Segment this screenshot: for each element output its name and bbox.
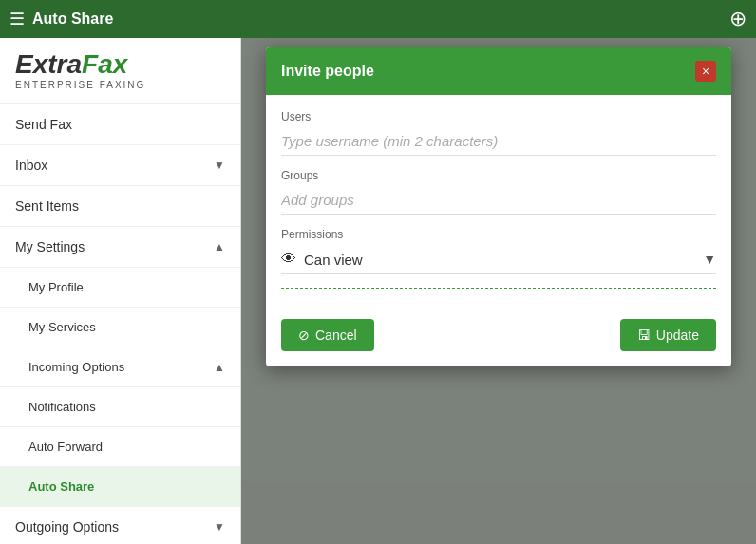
permissions-field-group: Permissions 👁 Can view ▼ <box>281 228 716 274</box>
groups-field-group: Groups <box>281 169 716 215</box>
cancel-label: Cancel <box>315 328 357 343</box>
sidebar-item-label-incoming-options: Incoming Options <box>28 360 124 374</box>
permissions-label: Permissions <box>281 228 716 241</box>
logo-subtitle: ENTERPRISE FAXING <box>15 80 225 90</box>
permissions-value: Can view <box>304 252 363 268</box>
sidebar-item-label-my-profile: My Profile <box>28 280 84 294</box>
permissions-select[interactable]: 👁 Can view ▼ <box>281 245 716 274</box>
modal-title: Invite people <box>281 63 374 80</box>
chevron-icon-incoming-options: ▲ <box>214 361 225 374</box>
invite-modal: Invite people × Users Groups <box>266 47 731 366</box>
sidebar-item-inbox[interactable]: Inbox▼ <box>0 145 240 186</box>
sidebar-item-label-send-fax: Send Fax <box>15 117 72 132</box>
sidebar-item-label-inbox: Inbox <box>15 158 47 173</box>
logo-extra: Extra <box>15 49 82 79</box>
update-button[interactable]: 🖫 Update <box>620 319 716 351</box>
permissions-value-area: 👁 Can view <box>281 251 363 268</box>
sidebar-item-my-settings[interactable]: My Settings▲ <box>0 227 240 268</box>
groups-input[interactable] <box>281 186 716 215</box>
modal-footer: ⊘ Cancel 🖫 Update <box>266 319 731 366</box>
chevron-icon-inbox: ▼ <box>214 159 225 172</box>
modal-body: Users Groups Permissions 👁 <box>266 95 731 319</box>
sidebar-item-label-my-settings: My Settings <box>15 239 85 254</box>
modal-divider <box>281 288 716 289</box>
sidebar-nav: Send FaxInbox▼Sent ItemsMy Settings▲My P… <box>0 104 240 544</box>
logo-area: ExtraFax ENTERPRISE FAXING <box>0 38 240 104</box>
sidebar-item-label-outgoing-options: Outgoing Options <box>15 519 119 535</box>
groups-label: Groups <box>281 169 716 182</box>
sidebar-item-sent-items[interactable]: Sent Items <box>0 186 240 227</box>
main-layout: ExtraFax ENTERPRISE FAXING Send FaxInbox… <box>0 38 756 544</box>
update-label: Update <box>656 328 699 343</box>
sidebar-item-label-notifications: Notifications <box>28 400 96 414</box>
hamburger-icon[interactable]: ☰ <box>9 9 25 29</box>
sidebar-item-outgoing-options[interactable]: Outgoing Options▼ <box>0 507 240 544</box>
modal-header: Invite people × <box>266 47 731 95</box>
sidebar-item-label-auto-share: Auto Share <box>28 479 94 494</box>
sidebar-item-my-profile[interactable]: My Profile <box>0 268 240 308</box>
content-area: Invite people × Users Groups <box>241 38 756 544</box>
users-label: Users <box>281 110 716 123</box>
sidebar-item-label-sent-items: Sent Items <box>15 198 79 214</box>
eye-icon: 👁 <box>281 251 296 268</box>
update-icon: 🖫 <box>637 328 651 343</box>
sidebar-item-notifications[interactable]: Notifications <box>0 387 240 427</box>
sidebar-item-my-services[interactable]: My Services <box>0 308 240 347</box>
users-field-group: Users <box>281 110 716 156</box>
users-input[interactable] <box>281 127 716 156</box>
chevron-icon-my-settings: ▲ <box>214 240 225 253</box>
sidebar-item-label-auto-forward: Auto Forward <box>28 440 103 454</box>
top-bar: ☰ Auto Share ⊕ <box>0 0 756 38</box>
modal-overlay: Invite people × Users Groups <box>241 38 756 544</box>
logo: ExtraFax <box>15 51 225 78</box>
sidebar: ExtraFax ENTERPRISE FAXING Send FaxInbox… <box>0 38 241 544</box>
chevron-down-icon: ▼ <box>703 252 716 267</box>
sidebar-item-label-my-services: My Services <box>28 320 96 334</box>
add-button[interactable]: ⊕ <box>729 7 747 31</box>
sidebar-item-auto-share[interactable]: Auto Share <box>0 467 240 507</box>
cancel-button[interactable]: ⊘ Cancel <box>281 319 374 351</box>
modal-close-button[interactable]: × <box>695 61 716 82</box>
chevron-icon-outgoing-options: ▼ <box>214 520 225 534</box>
cancel-icon: ⊘ <box>298 328 310 343</box>
app-title: Auto Share <box>32 10 729 28</box>
sidebar-item-auto-forward[interactable]: Auto Forward <box>0 427 240 467</box>
sidebar-item-send-fax[interactable]: Send Fax <box>0 104 240 145</box>
sidebar-item-incoming-options[interactable]: Incoming Options▲ <box>0 347 240 387</box>
